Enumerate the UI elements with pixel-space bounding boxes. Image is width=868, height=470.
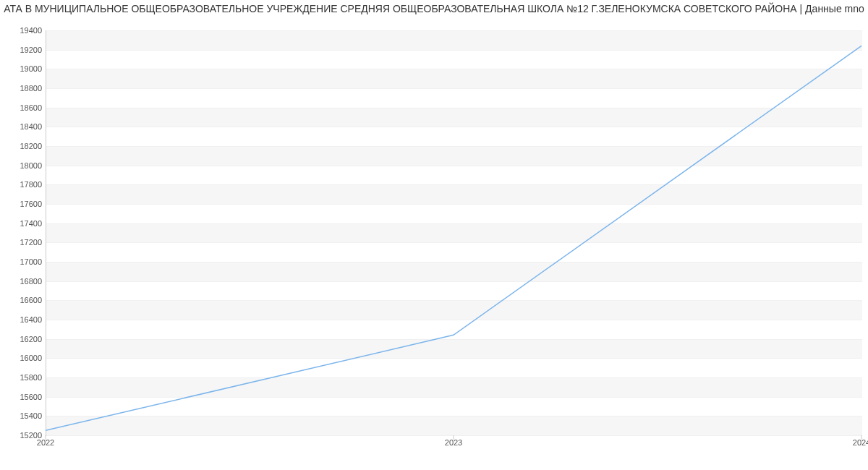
- y-tick-label: 17000: [6, 257, 42, 266]
- chart-title: АТА В МУНИЦИПАЛЬНОЕ ОБЩЕОБРАЗОВАТЕЛЬНОЕ …: [0, 0, 868, 14]
- y-tick-label: 15600: [6, 393, 42, 401]
- y-tick-label: 18600: [6, 103, 42, 112]
- y-tick-label: 19000: [6, 64, 42, 73]
- y-tick-label: 17400: [6, 219, 42, 228]
- line-layer: [46, 30, 861, 435]
- y-tick-label: 17200: [6, 238, 42, 247]
- y-tick-label: 16000: [6, 354, 42, 362]
- x-tick-label: 2023: [445, 438, 462, 447]
- y-tick-label: 18200: [6, 142, 42, 150]
- x-tick-label: 2024: [853, 438, 868, 447]
- y-tick-label: 17800: [6, 180, 42, 189]
- y-tick-label: 16400: [6, 315, 42, 324]
- y-tick-label: 18800: [6, 84, 42, 93]
- y-tick-label: 15800: [6, 373, 42, 382]
- y-tick-label: 16600: [6, 296, 42, 304]
- y-tick-label: 18400: [6, 122, 42, 131]
- x-tick-label: 2022: [37, 438, 54, 447]
- gridline: [46, 435, 862, 436]
- y-tick-label: 19200: [6, 46, 42, 54]
- y-tick-label: 18000: [6, 161, 42, 170]
- y-tick-label: 19400: [6, 26, 42, 35]
- series-line: [46, 46, 861, 430]
- y-tick-label: 17600: [6, 200, 42, 208]
- y-tick-label: 16800: [6, 277, 42, 286]
- y-tick-label: 16200: [6, 335, 42, 343]
- y-tick-label: 15400: [6, 411, 42, 420]
